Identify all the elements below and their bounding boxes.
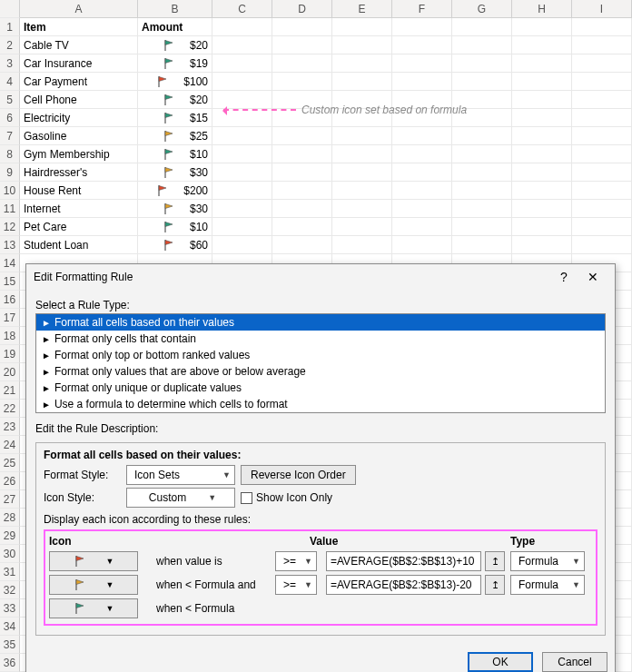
cell[interactable] <box>332 127 392 145</box>
col-header-b[interactable]: B <box>138 0 212 18</box>
row-header[interactable]: 8 <box>0 145 20 163</box>
cell[interactable]: Amount <box>138 18 212 36</box>
icon-select[interactable]: ▼ <box>49 551 138 571</box>
row-header[interactable]: 24 <box>0 436 20 454</box>
cell[interactable] <box>512 54 572 73</box>
cell[interactable] <box>332 18 392 36</box>
row-header[interactable]: 35 <box>0 636 20 654</box>
cell[interactable] <box>572 145 632 163</box>
row-header[interactable]: 26 <box>0 472 20 490</box>
cell[interactable] <box>512 36 572 54</box>
cell[interactable]: Cable TV <box>20 36 138 54</box>
row-header[interactable]: 17 <box>0 309 20 327</box>
row-header[interactable]: 19 <box>0 345 20 363</box>
cell[interactable] <box>572 236 632 254</box>
cell[interactable] <box>512 127 572 145</box>
cell[interactable] <box>332 182 392 200</box>
cell[interactable] <box>452 36 512 54</box>
cell[interactable] <box>272 218 332 236</box>
cell[interactable] <box>392 182 452 200</box>
cell[interactable] <box>332 36 392 54</box>
row-header[interactable]: 36 <box>0 654 20 672</box>
row-header[interactable]: 4 <box>0 73 20 91</box>
cell[interactable] <box>272 54 332 73</box>
row-header[interactable]: 31 <box>0 563 20 581</box>
row-header[interactable]: 3 <box>0 54 20 73</box>
row-header[interactable]: 2 <box>0 36 20 54</box>
cell[interactable]: $10 <box>138 218 212 236</box>
cell[interactable] <box>272 18 332 36</box>
range-picker-button[interactable]: ↥ <box>485 551 505 571</box>
icon-select[interactable]: ▼ <box>49 598 138 618</box>
cell[interactable]: Hairdresser's <box>20 163 138 182</box>
col-header-e[interactable]: E <box>332 0 392 18</box>
cell[interactable] <box>572 127 632 145</box>
cell[interactable] <box>272 163 332 182</box>
cell[interactable] <box>512 163 572 182</box>
cell[interactable] <box>572 218 632 236</box>
rule-type-item[interactable]: ►Use a formula to determine which cells … <box>36 396 605 412</box>
row-header[interactable]: 16 <box>0 291 20 309</box>
row-header[interactable]: 21 <box>0 381 20 400</box>
row-header[interactable]: 30 <box>0 545 20 563</box>
icon-select[interactable]: ▼ <box>49 575 138 595</box>
cell[interactable]: Student Loan <box>20 236 138 254</box>
format-style-select[interactable]: Icon Sets ▼ <box>126 465 235 485</box>
icon-style-select[interactable]: Custom ▼ <box>126 488 235 508</box>
row-header[interactable]: 23 <box>0 418 20 436</box>
cell[interactable] <box>452 236 512 254</box>
cell[interactable]: Cell Phone <box>20 91 138 109</box>
cell[interactable]: $30 <box>138 163 212 182</box>
cell[interactable] <box>392 218 452 236</box>
cell[interactable] <box>392 127 452 145</box>
cell[interactable] <box>392 36 452 54</box>
cell[interactable] <box>452 73 512 91</box>
cell[interactable] <box>572 54 632 73</box>
cell[interactable]: Gym Membership <box>20 145 138 163</box>
row-header[interactable]: 20 <box>0 363 20 381</box>
cell[interactable] <box>452 182 512 200</box>
row-header[interactable]: 34 <box>0 618 20 636</box>
cell[interactable]: House Rent <box>20 182 138 200</box>
cell[interactable] <box>212 200 272 218</box>
cell[interactable]: Pet Care <box>20 218 138 236</box>
dialog-titlebar[interactable]: Edit Formatting Rule ? ✕ <box>26 264 615 290</box>
cell[interactable] <box>332 163 392 182</box>
rule-type-item[interactable]: ►Format only unique or duplicate values <box>36 380 605 396</box>
rule-type-item[interactable]: ►Format only cells that contain <box>36 331 605 347</box>
row-header[interactable]: 25 <box>0 454 20 472</box>
cell[interactable]: $20 <box>138 36 212 54</box>
row-header[interactable]: 27 <box>0 490 20 509</box>
cell[interactable]: Internet <box>20 200 138 218</box>
range-picker-button[interactable]: ↥ <box>485 575 505 595</box>
close-button[interactable]: ✕ <box>578 270 607 284</box>
rule-type-list[interactable]: ►Format all cells based on their values►… <box>35 313 606 413</box>
row-header[interactable]: 6 <box>0 109 20 127</box>
row-header[interactable]: 32 <box>0 581 20 599</box>
cell[interactable] <box>512 236 572 254</box>
cell[interactable] <box>332 54 392 73</box>
value-input[interactable] <box>326 575 481 595</box>
cell[interactable] <box>212 127 272 145</box>
cell[interactable] <box>272 36 332 54</box>
cell[interactable] <box>452 54 512 73</box>
cell[interactable] <box>452 18 512 36</box>
cell[interactable]: $200 <box>138 182 212 200</box>
row-header[interactable]: 10 <box>0 182 20 200</box>
cell[interactable] <box>452 145 512 163</box>
row-header[interactable]: 7 <box>0 127 20 145</box>
cell[interactable] <box>392 18 452 36</box>
cell[interactable]: $30 <box>138 200 212 218</box>
cell[interactable] <box>512 182 572 200</box>
cell[interactable] <box>512 109 572 127</box>
cell[interactable] <box>572 182 632 200</box>
help-button[interactable]: ? <box>549 270 578 284</box>
cell[interactable] <box>392 163 452 182</box>
reverse-icon-order-button[interactable]: Reverse Icon Order <box>241 465 356 485</box>
cell[interactable] <box>512 218 572 236</box>
cell[interactable] <box>212 145 272 163</box>
cell[interactable]: Car Insurance <box>20 54 138 73</box>
value-input[interactable] <box>326 551 481 571</box>
cell[interactable] <box>212 218 272 236</box>
cell[interactable] <box>572 163 632 182</box>
